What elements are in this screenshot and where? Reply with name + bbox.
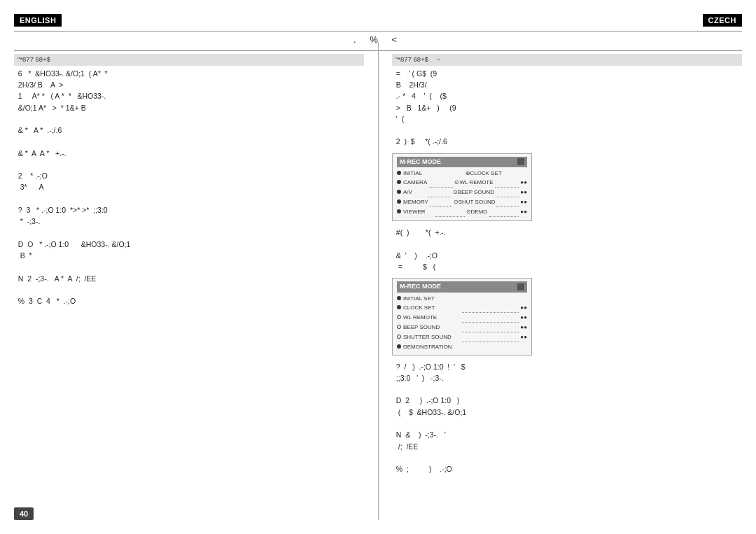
left-main-text: 6 * &HO33-. &/O;1 ( A* * 2H/3/ B A > 1 A… (14, 68, 364, 307)
mode-box-1-row-5: VIEWER ⊙DEMO ●● (397, 208, 527, 217)
mode-box-2-row-2: CLOCK SET ●● (397, 304, 527, 313)
right-column: "*877 68+$ – = ' ( G$ (9 B 2H/3/ .- * 4 … (378, 54, 742, 475)
english-badge: ENGLISH (14, 14, 62, 27)
dot-2 (397, 180, 401, 184)
page-container: ENGLISH CZECH . % < "*877 68+$ 6 * &HO33… (0, 0, 756, 534)
header-row: ENGLISH CZECH (14, 14, 742, 27)
mode-box-1: M-REC MODE INITIAL ⊕CLOCK SET CAMERA ⊙WL… (392, 153, 532, 222)
right-top-text: = ' ( G$ (9 B 2H/3/ .- * 4 ' ( ($ > B 1&… (392, 68, 742, 148)
mode-box-2-row-5: SHUTTER SOUND ●● (397, 333, 527, 342)
dot2-2 (397, 305, 401, 309)
dot-5 (397, 209, 401, 213)
mode-box-1-row-1: INITIAL ⊕CLOCK SET (397, 169, 527, 178)
dot2-4 (397, 325, 401, 329)
mode-box-1-title-text: M-REC MODE (400, 157, 441, 167)
dot-4 (397, 199, 401, 204)
mode-box-2-row-3: WL REMOTE ●● (397, 314, 527, 323)
mode-box-2-row-1: INITIAL SET (397, 295, 527, 303)
mode-box-2-icon (517, 283, 524, 290)
left-column: "*877 68+$ 6 * &HO33-. &/O;1 ( A* * 2H/3… (14, 54, 378, 475)
left-tab-bar: "*877 68+$ (14, 54, 364, 66)
mode-box-1-icon (517, 158, 524, 165)
dot2-1 (397, 296, 401, 300)
dot-3 (397, 190, 401, 194)
mode-box-2: M-REC MODE INITIAL SET CLOCK SET ●● WL R… (392, 278, 532, 356)
right-mid-text: #( ) *( +.-. & ' ) .-;O = $ ( (392, 227, 742, 272)
mode-box-1-row-2: CAMERA ⊙WL REMOTE ●● (397, 178, 527, 188)
mode-box-1-row-4: MEMORY ⊙SHUT SOUND ●● (397, 198, 527, 207)
mode-box-1-title: M-REC MODE (397, 157, 527, 168)
mode-box-2-title: M-REC MODE (397, 281, 527, 293)
dot2-3 (397, 315, 401, 319)
dot-1 (397, 171, 401, 175)
dot2-5 (397, 335, 401, 339)
columns: "*877 68+$ 6 * &HO33-. &/O;1 ( A* * 2H/3… (14, 54, 742, 475)
page-number: 40 (14, 507, 34, 520)
mode-box-2-title-text: M-REC MODE (400, 282, 441, 292)
right-tab-dash: – (437, 55, 440, 65)
right-bottom-text: ? / ) .-;O 1:0 ! ' $ ;;3:0 ' ) -;3-. D 2… (392, 361, 742, 475)
left-tab-text: "*877 68+$ (18, 55, 50, 65)
right-tab-text: "*877 68+$ (396, 55, 428, 65)
mode-box-1-row-3: A/V ⊙BEEP SOUND ●● (397, 188, 527, 197)
mode-box-2-row-4: BEEP SOUND ●● (397, 323, 527, 332)
czech-badge: CZECH (703, 14, 742, 27)
top-divider (14, 31, 742, 31)
right-tab-bar: "*877 68+$ – (392, 54, 742, 66)
dot2-6 (397, 344, 401, 349)
mode-box-2-row-6: DEMONSTRATION (397, 343, 527, 351)
